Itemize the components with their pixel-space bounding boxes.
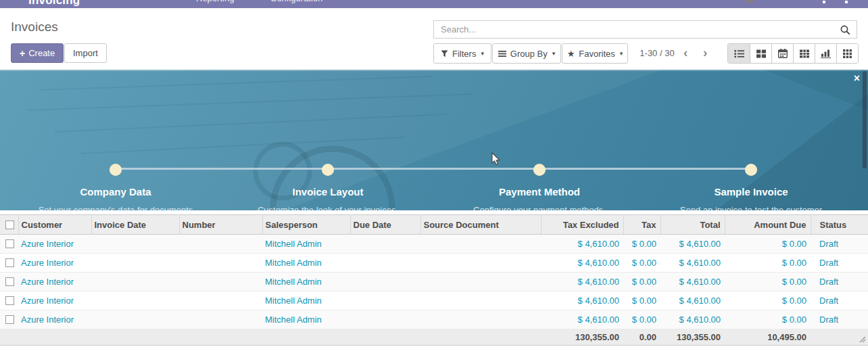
cell-number [179,235,262,254]
import-button[interactable]: Import [64,43,107,63]
step-payment-method: Payment Method Configure your payment me… [452,186,627,210]
caret-down-icon: ▾ [620,50,623,57]
cell-tax-excluded: $ 4,610.00 [541,292,623,310]
group-by-dropdown[interactable]: Group By ▾ [492,43,561,64]
step-company-data: Company Data Set your company's data for… [28,186,203,210]
invoice-row[interactable]: Azure Interior Mitchell Admin $ 4,610.00… [0,235,868,254]
caret-down-icon: ▾ [481,50,484,57]
row-checkbox[interactable] [5,239,14,248]
invoice-row[interactable]: Azure Interior Mitchell Admin $ 4,610.00… [0,254,868,273]
step-title: Company Data [28,186,203,197]
col-customer[interactable]: Customer [18,215,91,235]
cell-invoice-date [91,310,179,329]
cell-status: Draft [811,310,868,329]
select-all-checkbox[interactable] [5,220,14,229]
bars-icon [498,50,506,57]
graph-view-icon[interactable] [815,44,836,63]
col-amount-due[interactable]: Amount Due [725,215,811,235]
top-app-bar: Invoicing Reporting Configuration [0,0,868,8]
row-checkbox[interactable] [5,277,14,286]
create-button[interactable]: + Create [11,43,64,63]
step-dot-sample-invoice [745,164,757,176]
pivot-view-icon[interactable] [793,44,815,63]
col-status[interactable]: Status [811,215,868,235]
user-avatar[interactable] [746,0,754,3]
cell-tax: $ 0.00 [623,254,660,273]
cell-status: Draft [811,235,868,254]
cell-source-document [420,310,541,329]
kanban-view-icon[interactable] [750,44,771,63]
list-view-icon[interactable] [728,44,750,63]
step-description: Configure your payment methods. [461,204,618,210]
row-checkbox[interactable] [5,296,14,305]
cell-due-date [350,273,420,292]
step-progress-line [116,168,751,170]
caret-down-icon: ▾ [552,50,556,57]
cell-status: Draft [811,292,868,310]
pager-next-icon[interactable]: › [703,44,707,62]
col-tax-excluded[interactable]: Tax Excluded [541,215,623,235]
cell-due-date [350,254,420,273]
cell-amount-due: $ 0.00 [725,292,811,310]
col-due-date[interactable]: Due Date [350,215,420,235]
cell-amount-due: $ 0.00 [725,235,811,254]
pager-previous-icon[interactable]: ‹ [683,44,688,62]
search-input[interactable] [434,21,857,38]
top-menu-reporting[interactable]: Reporting [196,0,234,3]
cell-tax: $ 0.00 [623,273,660,292]
activities-icon[interactable] [845,1,848,3]
cell-source-document [420,254,541,273]
row-checkbox[interactable] [5,315,14,324]
cell-tax-excluded: $ 4,610.00 [541,310,623,329]
cell-source-document [420,292,541,310]
cell-invoice-date [91,235,179,254]
cell-source-document [420,273,541,292]
favorites-label: Favorites [579,49,614,59]
cell-total: $ 4,610.00 [660,273,725,292]
cell-salesperson: Mitchell Admin [262,235,350,254]
invoice-row[interactable]: Azure Interior Mitchell Admin $ 4,610.00… [0,273,868,292]
cell-salesperson: Mitchell Admin [262,292,350,310]
messages-icon[interactable] [823,1,825,3]
invoices-table: Customer Invoice Date Number Salesperson… [0,214,868,346]
activity-view-icon[interactable] [836,44,858,63]
top-menu-configuration[interactable]: Configuration [270,0,322,3]
col-invoice-date[interactable]: Invoice Date [91,215,179,235]
cell-tax: $ 0.00 [623,310,660,329]
banner-top-highlight [0,70,868,71]
cell-tax: $ 0.00 [623,235,660,254]
onboarding-banner: × Company Data Set your company's data f… [0,70,868,210]
cell-salesperson: Mitchell Admin [262,310,350,329]
col-total[interactable]: Total [660,215,725,235]
step-invoice-layout: Invoice Layout Customize the look of you… [240,186,416,210]
row-checkbox[interactable] [5,258,14,267]
cell-amount-due: $ 0.00 [725,254,811,273]
step-title: Sample Invoice [663,186,839,197]
cell-customer: Azure Interior [18,273,91,292]
filters-dropdown[interactable]: Filters ▾ [433,43,491,64]
col-salesperson[interactable]: Salesperson [262,215,350,235]
invoice-row[interactable]: Azure Interior Mitchell Admin $ 4,610.00… [0,292,868,310]
cell-tax-excluded: $ 4,610.00 [541,254,623,273]
step-description: Send an invoice to test the customer por… [673,204,829,210]
col-tax[interactable]: Tax [623,215,660,235]
step-sample-invoice: Sample Invoice Send an invoice to test t… [663,186,839,210]
resize-handle-icon[interactable] [859,335,866,343]
close-icon[interactable]: × [854,73,860,84]
invoice-row[interactable]: Azure Interior Mitchell Admin $ 4,610.00… [0,310,868,329]
step-title: Invoice Layout [240,186,416,197]
app-name[interactable]: Invoicing [28,0,80,7]
footer-amount-due: 10,495.00 [725,329,811,346]
cell-source-document [420,235,541,254]
group-by-label: Group By [510,49,548,59]
col-source-document[interactable]: Source Document [420,215,541,235]
scrollbar-thumb[interactable] [863,71,867,168]
favorites-dropdown[interactable]: ★ Favorites ▾ [562,43,628,64]
search-box [433,20,857,39]
cell-due-date [350,292,420,310]
pager-range[interactable]: 1-30 / 30 [631,48,683,58]
calendar-view-icon[interactable] [771,44,793,63]
col-number[interactable]: Number [179,215,262,235]
search-icon[interactable] [840,24,851,39]
cell-customer: Azure Interior [18,254,91,273]
